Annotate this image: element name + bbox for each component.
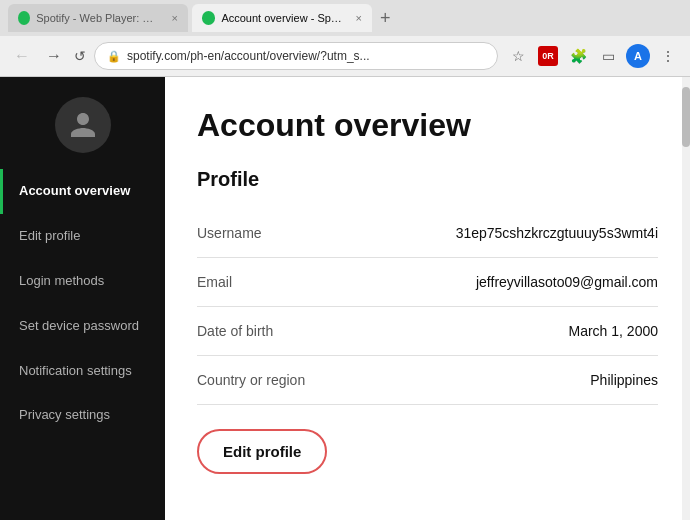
edit-profile-button[interactable]: Edit profile (197, 429, 327, 474)
tab-spotify[interactable]: Spotify - Web Player: Music... × (8, 4, 188, 32)
lock-icon: 🔒 (107, 50, 121, 63)
avatar-icon (68, 110, 98, 140)
row-username: Username 31ep75cshzkrczgtuuuy5s3wmt4i (197, 209, 658, 258)
avatar (55, 97, 111, 153)
tab-account-title: Account overview - Spotify (221, 12, 345, 24)
sidebar-item-edit-profile[interactable]: Edit profile (0, 214, 165, 259)
puzzle-icon[interactable]: 🧩 (566, 44, 590, 68)
tab-account[interactable]: Account overview - Spotify × (192, 4, 372, 32)
scrollbar[interactable] (682, 77, 690, 520)
row-country: Country or region Philippines (197, 356, 658, 405)
label-dob: Date of birth (197, 323, 273, 339)
address-input[interactable]: 🔒 spotify.com/ph-en/account/overview/?ut… (94, 42, 498, 70)
profile-icon[interactable]: 0R (536, 44, 560, 68)
row-dob: Date of birth March 1, 2000 (197, 307, 658, 356)
google-account-button[interactable]: A (626, 44, 650, 68)
menu-icon[interactable]: ⋮ (656, 44, 680, 68)
address-text: spotify.com/ph-en/account/overview/?utm_… (127, 49, 370, 63)
sidebar-item-account-overview[interactable]: Account overview (0, 169, 165, 214)
sidebar: Account overview Edit profile Login meth… (0, 77, 165, 520)
sidebar-toggle-icon[interactable]: ▭ (596, 44, 620, 68)
tab-account-close[interactable]: × (356, 12, 362, 24)
value-country: Philippines (590, 372, 658, 388)
value-email: jeffreyvillasoto09@gmail.com (476, 274, 658, 290)
value-username: 31ep75cshzkrczgtuuuy5s3wmt4i (456, 225, 658, 241)
sidebar-item-login-methods[interactable]: Login methods (0, 259, 165, 304)
bookmark-icon[interactable]: ☆ (506, 44, 530, 68)
tab-bar: Spotify - Web Player: Music... × Account… (0, 0, 690, 36)
tab-spotify-title: Spotify - Web Player: Music... (36, 12, 161, 24)
toolbar-icons: ☆ 0R 🧩 ▭ A ⋮ (506, 44, 680, 68)
sidebar-item-device-password[interactable]: Set device password (0, 304, 165, 349)
section-title: Profile (197, 168, 658, 191)
value-dob: March 1, 2000 (569, 323, 659, 339)
content-area: Account overview Profile Username 31ep75… (165, 77, 690, 520)
scrollbar-thumb[interactable] (682, 87, 690, 147)
row-email: Email jeffreyvillasoto09@gmail.com (197, 258, 658, 307)
sidebar-nav: Account overview Edit profile Login meth… (0, 169, 165, 438)
sidebar-item-notification-settings[interactable]: Notification settings (0, 349, 165, 394)
browser-chrome: Spotify - Web Player: Music... × Account… (0, 0, 690, 77)
address-bar: ← → ↺ 🔒 spotify.com/ph-en/account/overvi… (0, 36, 690, 76)
back-button[interactable]: ← (10, 45, 34, 67)
tab-spotify-close[interactable]: × (172, 12, 178, 24)
main-layout: Account overview Edit profile Login meth… (0, 77, 690, 520)
new-tab-button[interactable]: + (380, 9, 391, 27)
sidebar-avatar-area (0, 77, 165, 169)
label-email: Email (197, 274, 232, 290)
extension-icon: 0R (538, 46, 558, 66)
label-username: Username (197, 225, 262, 241)
forward-button[interactable]: → (42, 45, 66, 67)
reload-button[interactable]: ↺ (74, 48, 86, 64)
page-title: Account overview (197, 107, 658, 144)
spotify-favicon (18, 11, 30, 25)
account-favicon (202, 11, 215, 25)
sidebar-item-privacy-settings[interactable]: Privacy settings (0, 393, 165, 438)
label-country: Country or region (197, 372, 305, 388)
